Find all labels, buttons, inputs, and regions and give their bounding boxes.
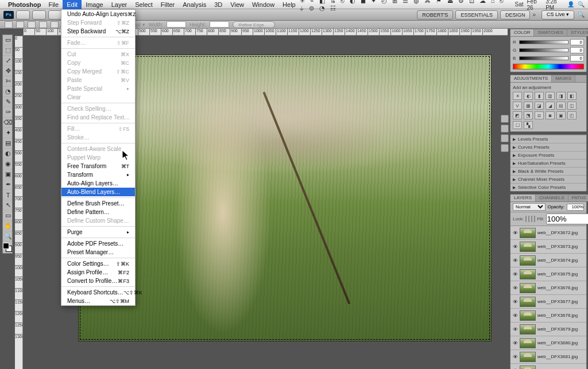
tool-17[interactable]: ▭ [3, 211, 13, 221]
slider-B[interactable] [519, 56, 568, 60]
tool-0[interactable]: ▭ [3, 35, 13, 45]
eye-icon[interactable]: 👁 [512, 313, 518, 318]
layer-row[interactable]: 👁web__DFX3680.jpg [510, 336, 586, 350]
eye-icon[interactable]: 👁 [512, 340, 518, 346]
eye-icon[interactable]: 👁 [512, 271, 518, 277]
tool-13[interactable]: ▣ [3, 169, 13, 180]
layer-list[interactable]: 👁web__DFX3672.jpg👁web__DFX3673.jpg👁web__… [510, 226, 586, 369]
bridge-button[interactable] [16, 10, 30, 20]
adj-icon-3[interactable]: ▥ [546, 92, 555, 100]
tool-16[interactable]: ↖ [3, 200, 13, 211]
tab-layers[interactable]: LAYERS [510, 195, 536, 201]
adj-icon-6[interactable]: V [513, 102, 522, 110]
eye-icon[interactable]: 👁 [512, 327, 518, 332]
menu-analysis[interactable]: Analysis [179, 0, 210, 9]
slider-R[interactable] [519, 40, 568, 44]
preset-selective-color-presets[interactable]: ▶Selective Color Presets [510, 183, 586, 191]
eye-icon[interactable]: 👁 [512, 354, 518, 360]
menu-layer[interactable]: Layer [107, 0, 131, 9]
minibridge-button[interactable] [32, 10, 46, 20]
adj-icon-17[interactable]: ◰ [567, 111, 577, 119]
tray-info-icon[interactable] [501, 134, 509, 142]
selmode-int-icon[interactable] [51, 21, 59, 28]
preset-channel-mixer-presets[interactable]: ▶Channel Mixer Presets [510, 175, 586, 183]
menuitem-auto-align-layers-[interactable]: Auto-Align Layers… [61, 179, 135, 188]
menuitem-free-transform[interactable]: Free Transform⌘T [61, 162, 135, 170]
cslive-button[interactable]: CS Live ▾ [541, 10, 574, 20]
menu-file[interactable]: File [44, 0, 63, 9]
lock-all-icon[interactable] [534, 216, 535, 222]
selmode-add-icon[interactable] [28, 21, 36, 28]
tool-8[interactable]: ⌫ [3, 118, 13, 128]
menuitem-convert-to-profile-[interactable]: Convert to Profile…⌘F3 [61, 277, 135, 285]
layer-row[interactable]: 👁web__DFX3673.jpg [510, 240, 586, 254]
tray-char-icon[interactable] [501, 144, 509, 152]
fill-input[interactable] [546, 213, 588, 224]
adj-icon-15[interactable]: ◙ [546, 111, 555, 119]
tab-styles[interactable]: STYLES [567, 29, 588, 36]
lock-trans-icon[interactable] [525, 216, 527, 222]
tool-9[interactable]: ✦ [3, 128, 13, 138]
adj-icon-10[interactable]: ▤ [556, 102, 566, 110]
adj-icon-9[interactable]: ◢ [546, 102, 555, 110]
menuitem-assign-profile-[interactable]: Assign Profile…⌘F2 [61, 268, 135, 277]
menu-window[interactable]: Window [248, 0, 278, 9]
adj-icon-0[interactable]: ☀ [513, 92, 522, 100]
layer-row[interactable]: 👁web__DFX3672.jpg [510, 226, 586, 240]
layer-row[interactable]: 👁web__DFX3675.jpg [510, 267, 586, 281]
menuitem-purge[interactable]: Purge [61, 228, 135, 236]
slider-G[interactable] [519, 48, 568, 52]
user-icon[interactable]: 👤 [567, 1, 574, 7]
preset-levels-presets[interactable]: ▶Levels Presets [510, 135, 586, 143]
selmode-new-icon[interactable] [16, 21, 24, 28]
blend-mode-select[interactable]: Normal [513, 203, 546, 211]
adj-icon-19[interactable]: ▚ [524, 121, 533, 129]
marquee-icon[interactable] [5, 21, 13, 28]
tab-swatches[interactable]: SWATCHES [534, 29, 567, 36]
tool-12[interactable]: ◉ [3, 159, 13, 169]
workspace-0[interactable]: ROBERT'S [417, 10, 453, 20]
layer-row[interactable]: 👁web__DFX3677.jpg [510, 295, 586, 309]
eye-icon[interactable]: 👁 [512, 299, 518, 305]
tool-1[interactable]: ⬚ [3, 45, 13, 56]
slider-val-B[interactable] [570, 55, 584, 61]
adj-icon-14[interactable]: ◘ [535, 111, 544, 119]
slider-val-R[interactable] [570, 39, 584, 45]
layer-row[interactable]: 👁web__DFX3678.jpg [510, 309, 586, 323]
tool-15[interactable]: T [3, 190, 13, 200]
tab-masks[interactable]: MASKS [552, 75, 575, 82]
workspace-2[interactable]: DESIGN [500, 10, 531, 20]
layer-row[interactable]: 👁web__DFX3681.jpg [510, 350, 586, 364]
menuitem-define-pattern-[interactable]: Define Pattern… [61, 208, 135, 216]
menuitem-step-backward[interactable]: Step Backward⌥⌘Z [61, 27, 135, 36]
menu-view[interactable]: View [226, 0, 248, 9]
tool-4[interactable]: ✄ [3, 76, 13, 87]
tool-19[interactable]: 🔍 [3, 231, 13, 242]
refine-edge-button[interactable]: Refine Edge… [233, 21, 275, 28]
tool-2[interactable]: ⤢ [3, 56, 13, 66]
preset-exposure-presets[interactable]: ▶Exposure Presets [510, 151, 586, 159]
adj-icon-11[interactable]: ◫ [567, 102, 577, 110]
tab-adjustments[interactable]: ADJUSTMENTS [510, 75, 552, 82]
menuitem-preset-manager-[interactable]: Preset Manager… [61, 248, 135, 257]
menuitem-adobe-pdf-presets-[interactable]: Adobe PDF Presets… [61, 239, 135, 248]
ps-logo[interactable]: Ps [3, 11, 14, 19]
adj-icon-4[interactable]: ◨ [556, 92, 566, 100]
tool-18[interactable]: ✋ [3, 221, 13, 231]
tool-6[interactable]: ✎ [3, 97, 13, 107]
menuitem-transform[interactable]: Transform [61, 170, 135, 179]
lock-pixels-icon[interactable] [528, 216, 529, 222]
tool-11[interactable]: ◐ [3, 149, 13, 159]
menu-select[interactable]: Select [131, 0, 157, 9]
adj-icon-18[interactable]: ☐ [513, 121, 522, 129]
menuitem-auto-blend-layers-[interactable]: Auto-Blend Layers… [61, 188, 135, 196]
tool-10[interactable]: ▤ [3, 138, 13, 149]
color-swatch[interactable] [3, 243, 12, 252]
menu-filter[interactable]: Filter [157, 0, 179, 9]
layer-row[interactable]: 👁web__DFX3674.jpg [510, 254, 586, 267]
tool-7[interactable]: ✑ [3, 107, 13, 118]
layer-row[interactable]: 👁web__DFX3679.jpg [510, 323, 586, 336]
preset-black-white-presets[interactable]: ▶Black & White Presets [510, 167, 586, 175]
ws-chevrons[interactable]: » [532, 11, 536, 18]
menuitem-undo-auto-align-layers[interactable]: Undo Auto-Align Layers⌘Z [61, 10, 135, 18]
